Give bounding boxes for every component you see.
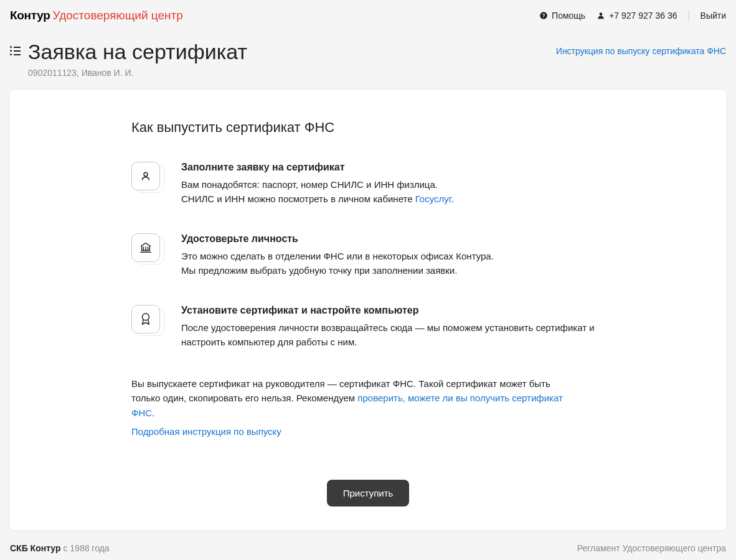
help-label: Помощь [552, 11, 585, 21]
step-1: Заполните заявку на сертификат Вам понад… [131, 162, 605, 206]
footer-since: с 1988 года [61, 543, 110, 553]
note-text: Вы выпускаете сертификат на руководителя… [131, 376, 567, 420]
step-1-line2-text: СНИЛС и ИНН можно посмотреть в личном ка… [181, 194, 415, 204]
help-link[interactable]: ? Помощь [539, 11, 585, 21]
instruction-link[interactable]: Инструкция по выпуску сертификата ФНС [556, 46, 726, 56]
building-icon [131, 233, 164, 266]
person-icon [131, 162, 164, 194]
footer-reglament-link[interactable]: Регламент Удостоверяющего центра [577, 543, 726, 553]
main-card: Как выпустить сертификат ФНС Заполните з… [9, 89, 727, 531]
svg-text:?: ? [542, 13, 545, 19]
logo[interactable]: Контур Удостоверяющий центр [10, 9, 183, 22]
svg-point-2 [600, 12, 603, 16]
detail-instruction-link[interactable]: Подробная инструкция по выпуску [131, 426, 281, 437]
menu-icon[interactable] [10, 46, 21, 55]
phone-display[interactable]: +7 927 927 36 36 [597, 11, 677, 21]
page-subtitle: 0902011123, Иванов И. И. [28, 68, 247, 78]
logout-label: Выйти [701, 11, 726, 21]
step-2-line1: Это можно сделать в отделении ФНС или в … [181, 251, 494, 261]
svg-point-3 [144, 172, 148, 176]
ribbon-icon [131, 305, 164, 337]
topbar-divider [689, 10, 689, 21]
step-3-line1: После удостоверения личности возвращайте… [181, 321, 605, 349]
logo-suffix: Удостоверяющий центр [53, 9, 183, 22]
step-2-line2: Мы предложим выбрать удобную точку при з… [181, 265, 457, 276]
step-1-line2-suffix: . [451, 194, 453, 204]
section-title: Как выпустить сертификат ФНС [131, 119, 605, 136]
footer-company-name: СКБ Контур [10, 543, 61, 553]
step-3-title: Установите сертификат и настройте компью… [181, 305, 605, 316]
note-suffix: . [152, 408, 154, 418]
help-icon: ? [539, 11, 548, 20]
page-title: Заявка на сертификат [28, 40, 247, 64]
footer-company: СКБ Контур с 1988 года [10, 543, 110, 553]
phone-number: +7 927 927 36 36 [609, 11, 677, 21]
step-1-title: Заполните заявку на сертификат [181, 162, 454, 173]
logout-link[interactable]: Выйти [701, 11, 726, 21]
logo-main: Контур [10, 9, 50, 22]
start-button[interactable]: Приступить [327, 480, 410, 506]
step-3: Установите сертификат и настройте компью… [131, 305, 605, 349]
user-icon [597, 11, 605, 20]
step-1-line1: Вам понадобятся: паспорт, номер СНИЛС и … [181, 179, 438, 190]
svg-point-4 [143, 314, 149, 320]
step-2: Удостоверьте личность Это можно сделать … [131, 233, 605, 278]
step-2-title: Удостоверьте личность [181, 233, 494, 245]
gosuslugi-link[interactable]: Госуслуг [415, 194, 451, 204]
